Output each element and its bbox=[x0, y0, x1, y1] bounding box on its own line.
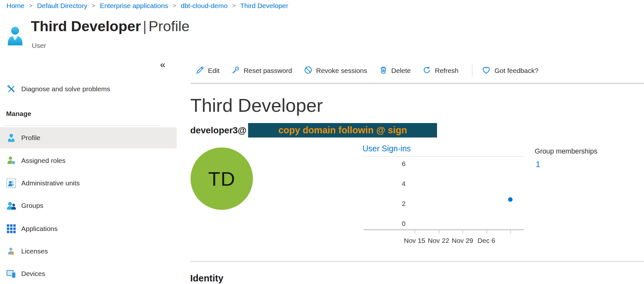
trash-icon bbox=[379, 66, 388, 76]
upn-prefix: developer3@ bbox=[190, 125, 246, 136]
user-sign-ins-link[interactable]: User Sign-ins bbox=[362, 144, 411, 153]
breadcrumb-separator: > bbox=[92, 2, 95, 9]
sidebar-item-groups[interactable]: Groups bbox=[0, 195, 177, 216]
delete-button-label: Delete bbox=[391, 67, 411, 75]
breadcrumb-enterprise-applications[interactable]: Enterprise applications bbox=[100, 2, 168, 10]
sidebar-item-label: Groups bbox=[21, 202, 43, 209]
reset-password-button[interactable]: Reset password bbox=[231, 66, 292, 76]
breadcrumb-home[interactable]: Home bbox=[6, 2, 24, 10]
breadcrumb-default-directory[interactable]: Default Directory bbox=[37, 2, 87, 10]
refresh-button[interactable]: Refresh bbox=[422, 66, 459, 76]
profile-person-icon bbox=[6, 133, 16, 143]
sidebar-item-assigned-roles[interactable]: Assigned roles bbox=[0, 150, 177, 171]
breadcrumb-dbt-cloud-demo[interactable]: dbt-cloud-demo bbox=[181, 2, 228, 10]
key-icon bbox=[231, 66, 240, 76]
sidebar-item-devices[interactable]: Devices bbox=[0, 263, 177, 284]
identity-section-header: Identity bbox=[190, 273, 223, 284]
sidebar-collapse-button[interactable]: « bbox=[160, 60, 165, 69]
revoke-sessions-button[interactable]: Revoke sessions bbox=[304, 66, 367, 76]
section-divider bbox=[190, 261, 644, 262]
sidebar: « Diagnose and solve problems Manage Pro… bbox=[0, 48, 177, 284]
y-tick-label: 6 bbox=[383, 160, 406, 168]
x-tick-label: Dec 6 bbox=[467, 237, 506, 244]
toolbar-underline bbox=[191, 83, 644, 84]
edit-button-label: Edit bbox=[208, 67, 219, 75]
breadcrumb: Home > Default Directory > Enterprise ap… bbox=[6, 2, 288, 10]
edit-button[interactable]: Edit bbox=[195, 66, 219, 76]
user-principal-name: developer3@ copy domain followin @ sign bbox=[190, 123, 437, 138]
x-axis-tick bbox=[415, 230, 415, 234]
breadcrumb-third-developer[interactable]: Third Developer bbox=[240, 2, 288, 10]
redaction-overlay: copy domain followin @ sign bbox=[248, 123, 437, 138]
sign-ins-data-point bbox=[508, 197, 513, 202]
groups-icon bbox=[6, 201, 16, 210]
sidebar-item-label: Profile bbox=[21, 134, 40, 142]
heart-icon bbox=[481, 65, 491, 76]
sidebar-item-profile[interactable]: Profile bbox=[0, 127, 177, 148]
breadcrumb-separator: > bbox=[173, 2, 176, 9]
got-feedback-button[interactable]: Got feedback? bbox=[481, 65, 539, 76]
edit-pencil-icon bbox=[195, 66, 204, 76]
group-memberships-value-link[interactable]: 1 bbox=[536, 160, 540, 169]
page-title-name: Third Developer bbox=[31, 18, 141, 34]
chart-title-underline bbox=[362, 156, 524, 157]
user-avatar-icon bbox=[6, 26, 24, 47]
block-icon bbox=[304, 66, 313, 76]
avatar: TD bbox=[191, 147, 253, 210]
diagnose-tools-icon bbox=[6, 84, 16, 94]
x-axis-tick bbox=[487, 230, 487, 234]
y-tick-label: 4 bbox=[383, 180, 406, 188]
revoke-sessions-button-label: Revoke sessions bbox=[316, 67, 367, 75]
sidebar-item-label: Licenses bbox=[21, 247, 48, 255]
sidebar-item-label: Diagnose and solve problems bbox=[21, 85, 110, 93]
x-axis-tick bbox=[462, 230, 463, 234]
sidebar-item-administrative-units[interactable]: Administrative units bbox=[0, 173, 177, 194]
x-axis-tick bbox=[510, 230, 511, 234]
toolbar-divider bbox=[472, 65, 472, 77]
sidebar-item-applications[interactable]: Applications bbox=[0, 218, 177, 239]
x-axis-tick bbox=[439, 230, 439, 234]
page-title: Third Developer|Profile bbox=[31, 18, 190, 35]
got-feedback-button-label: Got feedback? bbox=[495, 67, 539, 75]
sidebar-divider bbox=[3, 126, 160, 126]
sidebar-item-label: Assigned roles bbox=[21, 157, 66, 164]
sidebar-item-diagnose[interactable]: Diagnose and solve problems bbox=[0, 78, 177, 100]
delete-button[interactable]: Delete bbox=[379, 66, 411, 76]
assigned-roles-icon bbox=[6, 156, 16, 165]
devices-icon bbox=[6, 269, 16, 279]
page-title-separator: | bbox=[141, 18, 149, 34]
breadcrumb-separator: > bbox=[29, 2, 32, 9]
sidebar-item-label: Devices bbox=[21, 270, 45, 278]
administrative-units-icon bbox=[6, 178, 16, 188]
avatar-initials: TD bbox=[208, 167, 236, 190]
chart-x-axis bbox=[363, 229, 524, 230]
sidebar-item-licenses[interactable]: Licenses bbox=[0, 241, 177, 262]
licenses-icon bbox=[6, 246, 16, 256]
breadcrumb-separator: > bbox=[232, 2, 236, 9]
profile-display-name: Third Developer bbox=[190, 94, 323, 116]
command-bar: Edit Reset password Revoke sessions bbox=[195, 62, 550, 80]
refresh-button-label: Refresh bbox=[435, 67, 459, 75]
sidebar-item-label: Applications bbox=[21, 225, 58, 233]
sidebar-item-label: Administrative units bbox=[21, 179, 80, 187]
redaction-note: copy domain followin @ sign bbox=[278, 125, 407, 136]
reset-password-button-label: Reset password bbox=[244, 67, 292, 75]
applications-grid-icon bbox=[6, 224, 16, 234]
sidebar-section-manage: Manage bbox=[6, 110, 31, 118]
page-title-section: Profile bbox=[148, 18, 190, 34]
refresh-icon bbox=[422, 66, 431, 76]
y-tick-label: 0 bbox=[383, 220, 406, 227]
y-tick-label: 2 bbox=[383, 200, 406, 208]
group-memberships-label: Group memberships bbox=[535, 147, 597, 155]
